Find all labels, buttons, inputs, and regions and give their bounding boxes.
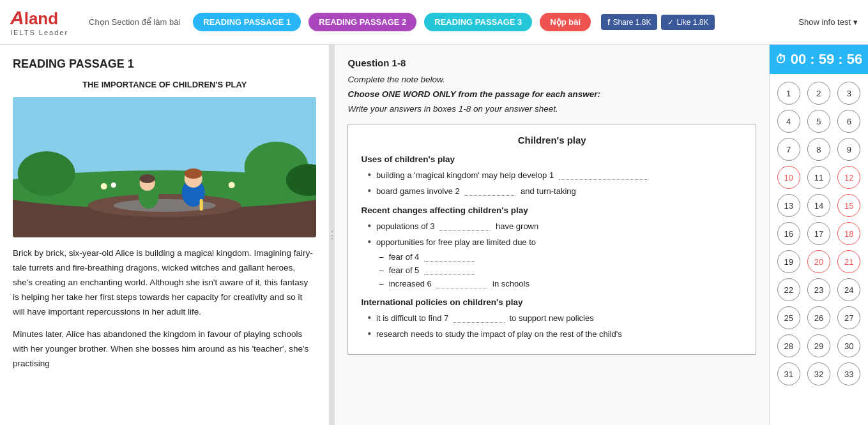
question-number-19[interactable]: 19 — [777, 250, 800, 273]
chevron-down-icon: ▾ — [853, 17, 858, 27]
clock-icon: ⏱ — [775, 53, 787, 66]
question-number-30[interactable]: 30 — [837, 334, 860, 357]
note-item-3: • populations of 3 have grown — [361, 220, 743, 232]
question-number-16[interactable]: 16 — [777, 222, 800, 245]
svg-point-10 — [185, 168, 202, 179]
note-item-2: • board games involve 2 and turn-taking — [361, 185, 743, 197]
logo-area: Aland IELTS Leader — [10, 8, 68, 36]
question-number-12[interactable]: 12 — [837, 166, 860, 189]
question-number-15[interactable]: 15 — [837, 194, 860, 217]
like-button[interactable]: ✓ Like 1.8K — [661, 15, 715, 30]
note-box: Children's play Uses of children's play … — [347, 124, 756, 355]
passage-paragraph-1: Brick by brick, six-year-old Alice is bu… — [13, 246, 316, 320]
number-grid: 1234567891011121314151617181920212223242… — [770, 74, 868, 393]
bullet-8: • — [367, 328, 371, 339]
question-number-33[interactable]: 33 — [837, 362, 860, 385]
note-item-opp: • opportunities for free play are limite… — [361, 236, 743, 248]
question-number-8[interactable]: 8 — [807, 138, 830, 161]
question-number-3[interactable]: 3 — [837, 82, 860, 105]
facebook-icon: f — [607, 17, 610, 27]
question-number-22[interactable]: 22 — [777, 278, 800, 301]
question-number-10[interactable]: 10 — [777, 166, 800, 189]
reading-passage-3-button[interactable]: READING PASSAGE 3 — [424, 13, 532, 31]
svg-point-17 — [229, 182, 235, 188]
question-number-28[interactable]: 28 — [777, 334, 800, 357]
question-number-6[interactable]: 6 — [837, 110, 860, 133]
panel-divider[interactable] — [330, 45, 335, 425]
bullet-opp: • — [367, 236, 371, 248]
svg-rect-14 — [200, 199, 203, 211]
svg-point-3 — [18, 151, 75, 196]
question-number-31[interactable]: 31 — [777, 362, 800, 385]
svg-point-15 — [101, 183, 107, 190]
note-section-recent: Recent changes affecting children's play — [361, 205, 743, 215]
svg-point-13 — [140, 174, 155, 183]
question-number-18[interactable]: 18 — [837, 222, 860, 245]
note-title: Children's play — [361, 135, 743, 145]
passage-subtitle: THE IMPORTANCE OF CHILDREN'S PLAY — [13, 80, 316, 89]
question-number-7[interactable]: 7 — [777, 138, 800, 161]
social-buttons: f Share 1.8K ✓ Like 1.8K — [601, 14, 715, 30]
bullet-7: • — [367, 312, 371, 324]
share-label: Share 1.8K — [613, 18, 651, 27]
show-info-button[interactable]: Show info test ▾ — [798, 17, 858, 27]
submit-button[interactable]: Nộp bài — [540, 13, 591, 31]
question-number-17[interactable]: 17 — [807, 222, 830, 245]
section-label: Chọn Section để làm bài — [89, 17, 180, 27]
note-subitem-5: – fear of 5 — [379, 265, 743, 275]
like-label: Like 1.8K — [676, 18, 708, 27]
question-number-25[interactable]: 25 — [777, 306, 800, 329]
checkmark-icon: ✓ — [667, 18, 674, 27]
answer-dots-3[interactable] — [439, 223, 491, 231]
sub-items-group: – fear of 4 – fear of 5 – increased 6 in… — [361, 252, 743, 288]
question-number-4[interactable]: 4 — [777, 110, 800, 133]
answer-dots-4[interactable] — [424, 254, 475, 262]
questions-panel: Question 1-8 Complete the note below. Ch… — [335, 45, 769, 425]
reading-passage-1-button[interactable]: READING PASSAGE 1 — [193, 13, 301, 31]
timer-bar: ⏱ 00 : 59 : 56 — [770, 45, 868, 74]
note-subitem-4: – fear of 4 — [379, 252, 743, 262]
question-number-2[interactable]: 2 — [807, 82, 830, 105]
answer-dots-7[interactable] — [453, 315, 505, 323]
share-button[interactable]: f Share 1.8K — [601, 14, 657, 30]
question-instruction-3: Write your answers in boxes 1-8 on your … — [347, 104, 756, 114]
question-instruction-2: Choose ONE WORD ONLY from the passage fo… — [347, 89, 756, 99]
answer-dots-6[interactable] — [436, 281, 487, 288]
question-number-24[interactable]: 24 — [837, 278, 860, 301]
question-number-27[interactable]: 27 — [837, 306, 860, 329]
question-number-21[interactable]: 21 — [837, 250, 860, 273]
svg-point-16 — [111, 183, 116, 188]
note-subitem-6: – increased 6 in schools — [379, 279, 743, 288]
logo-subtitle: IELTS Leader — [10, 29, 68, 36]
bullet-1: • — [367, 169, 371, 181]
question-number-5[interactable]: 5 — [807, 110, 830, 133]
note-item-1: • building a 'magical kingdom' may help … — [361, 169, 743, 181]
instruction-2-bold: Choose ONE WORD ONLY from the passage fo… — [347, 89, 600, 99]
question-number-11[interactable]: 11 — [807, 166, 830, 189]
timer-display: 00 : 59 : 56 — [791, 51, 863, 68]
question-number-13[interactable]: 13 — [777, 194, 800, 217]
question-range: Question 1-8 — [347, 57, 756, 68]
logo: Aland — [10, 8, 58, 27]
passage-panel: READING PASSAGE 1 THE IMPORTANCE OF CHIL… — [0, 45, 330, 425]
question-number-20[interactable]: 20 — [807, 250, 830, 273]
question-number-26[interactable]: 26 — [807, 306, 830, 329]
note-section-uses: Uses of children's play — [361, 154, 743, 164]
main-content: READING PASSAGE 1 THE IMPORTANCE OF CHIL… — [0, 45, 868, 425]
reading-passage-2-button[interactable]: READING PASSAGE 2 — [308, 13, 416, 31]
question-number-14[interactable]: 14 — [807, 194, 830, 217]
question-number-9[interactable]: 9 — [837, 138, 860, 161]
bullet-3: • — [367, 220, 371, 232]
question-number-29[interactable]: 29 — [807, 334, 830, 357]
question-instruction-1: Complete the note below. — [347, 75, 756, 84]
answer-dots-5[interactable] — [424, 267, 475, 275]
bullet-2: • — [367, 185, 371, 197]
passage-title: READING PASSAGE 1 — [13, 57, 316, 71]
question-number-23[interactable]: 23 — [807, 278, 830, 301]
answer-dots-1[interactable] — [559, 172, 648, 180]
question-number-32[interactable]: 32 — [807, 362, 830, 385]
note-section-intl: International policies on children's pla… — [361, 297, 743, 307]
answer-dots-2[interactable] — [464, 188, 515, 196]
numbers-panel: ⏱ 00 : 59 : 56 1234567891011121314151617… — [769, 45, 868, 425]
question-number-1[interactable]: 1 — [777, 82, 800, 105]
